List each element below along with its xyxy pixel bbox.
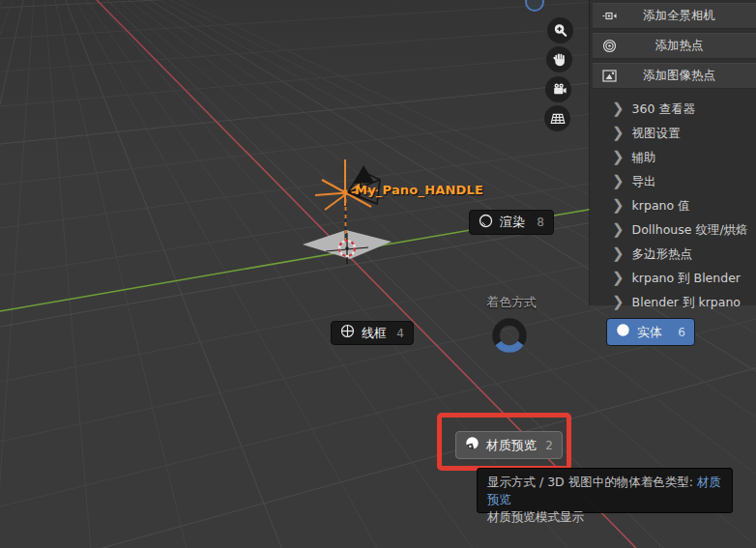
chevron-right-icon: ❯	[612, 174, 625, 188]
zoom-button[interactable]	[547, 17, 573, 43]
chevron-right-icon: ❯	[612, 271, 625, 285]
section-polygon-hotspot[interactable]: ❯ 多边形热点	[590, 243, 756, 267]
add-hotspot-button[interactable]: 添加热点	[593, 33, 756, 59]
add-image-hotspot-button[interactable]: 添加图像热点	[593, 63, 756, 89]
chevron-right-icon: ❯	[612, 126, 625, 140]
chevron-right-icon: ❯	[612, 101, 625, 116]
pie-menu-title: 着色方式	[486, 294, 537, 311]
empty-origin-dot	[343, 190, 348, 195]
pie-item-wireframe[interactable]: 线框 4	[331, 321, 414, 345]
shortcut-key: 2	[545, 439, 553, 452]
krpano-sidebar-panel: 添加全景相机 添加热点 添加图像热点 ❯ 360 查看器 ❯ 视图设置 ❯ 辅助…	[590, 0, 756, 305]
chevron-right-icon: ❯	[612, 198, 625, 213]
tooltip-line2: 材质预览模式显示	[487, 508, 722, 526]
chevron-right-icon: ❯	[612, 295, 625, 309]
pano-camera-icon	[601, 8, 618, 24]
pan-button[interactable]	[546, 46, 572, 72]
render-sphere-icon	[479, 214, 493, 232]
solid-sphere-icon	[616, 323, 630, 341]
pie-direction-arc	[499, 343, 521, 349]
wireframe-sphere-icon	[340, 324, 355, 342]
shortcut-key: 8	[537, 216, 544, 229]
pie-item-solid[interactable]: 实体 6	[606, 318, 695, 346]
chevron-right-icon: ❯	[612, 222, 625, 237]
chevron-right-icon: ❯	[612, 246, 625, 261]
tooltip-line1: 显示方式 / 3D 视图中的物体着色类型: 材质预览	[487, 474, 722, 508]
shortcut-key: 4	[396, 327, 404, 340]
section-krpano-to-blender[interactable]: ❯ krpano 到 Blender	[590, 267, 756, 291]
section-blender-to-krpano[interactable]: ❯ Blender 到 krpano	[590, 291, 756, 315]
camera-view-icon	[550, 81, 567, 99]
section-krpano-values[interactable]: ❯ krpano 值	[590, 194, 756, 218]
pie-center-ring	[488, 314, 531, 357]
section-export[interactable]: ❯ 导出	[590, 170, 756, 194]
camera-up-triangle	[354, 165, 374, 184]
chevron-right-icon: ❯	[612, 150, 625, 164]
pie-item-material-preview[interactable]: 材质预览 2	[455, 431, 563, 459]
camera-view-button[interactable]	[545, 76, 571, 102]
zoom-icon	[552, 22, 569, 40]
shortcut-key: 6	[678, 326, 685, 339]
tooltip: 显示方式 / 3D 视图中的物体着色类型: 材质预览 材质预览模式显示	[477, 468, 733, 513]
sidebar-sections: ❯ 360 查看器 ❯ 视图设置 ❯ 辅助 ❯ 导出 ❯ krpano 值 ❯ …	[590, 98, 756, 315]
pan-hand-icon	[551, 51, 568, 69]
section-view-settings[interactable]: ❯ 视图设置	[590, 122, 756, 146]
material-sphere-icon	[465, 436, 480, 454]
perspective-grid-icon	[549, 110, 567, 128]
image-hotspot-icon	[601, 68, 618, 84]
section-assist[interactable]: ❯ 辅助	[590, 146, 756, 170]
pie-item-render[interactable]: 渲染 8	[469, 210, 554, 235]
section-dollhouse-bake[interactable]: ❯ Dollhouse 纹理/烘焙	[590, 218, 756, 243]
add-pano-camera-button[interactable]: 添加全景相机	[593, 3, 756, 29]
object-name-label: My_Pano_HANDLE	[355, 183, 483, 197]
perspective-toggle-button[interactable]	[544, 105, 570, 131]
section-360-viewer[interactable]: ❯ 360 查看器	[590, 98, 756, 122]
hotspot-rings-icon	[601, 38, 618, 54]
